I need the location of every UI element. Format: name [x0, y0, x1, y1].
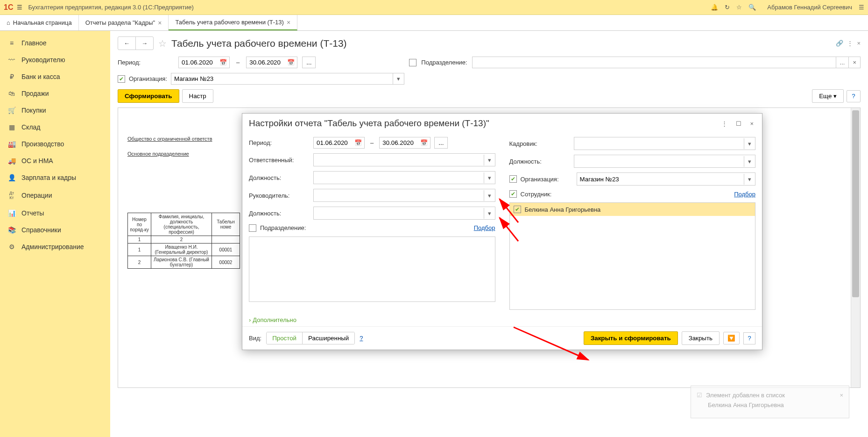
truck-icon: 🚚 [7, 157, 16, 165]
tab-timesheet[interactable]: Табель учета рабочего времени (Т-13) × [169, 15, 297, 30]
organization-checkbox[interactable] [118, 75, 125, 83]
hr-position-select[interactable]: ▾ [574, 155, 756, 168]
tab-home[interactable]: ⌂ Начальная страница [0, 15, 79, 30]
scrollbar-thumb[interactable] [852, 110, 859, 297]
page-header: ← → ☆ Табель учета рабочего времени (Т-1… [118, 36, 861, 50]
dots-icon[interactable]: ... [836, 57, 849, 68]
settings-button[interactable]: Настр [182, 89, 213, 103]
d-date-from[interactable]: 📅 [313, 137, 365, 149]
sidebar-item-reports[interactable]: 📊Отчеты [0, 205, 110, 222]
date-to-input[interactable]: 📅 [246, 57, 297, 68]
sidebar-item-warehouse[interactable]: ▦Склад [0, 119, 110, 136]
dialog-help-button[interactable]: ? [743, 332, 755, 344]
sidebar-item-operations[interactable]: ДтКтОперации [0, 186, 110, 205]
position2-label: Должность: [249, 210, 310, 217]
vertical-scrollbar[interactable] [851, 108, 860, 387]
sidebar-item-sales[interactable]: 🛍Продажи [0, 85, 110, 102]
sidebar-item-purchases[interactable]: 🛒Покупки [0, 102, 110, 119]
period-picker-button[interactable]: ... [302, 57, 316, 68]
organization-select[interactable]: ▾ [171, 73, 404, 85]
view-extended-button[interactable]: Расширенный [303, 332, 354, 344]
subdivision-select[interactable]: ...× [472, 57, 861, 68]
chevron-down-icon[interactable]: ▾ [744, 138, 755, 149]
close-dialog-button[interactable]: Закрыть [682, 331, 720, 345]
sidebar-item-assets[interactable]: 🚚ОС и НМА [0, 152, 110, 169]
employee-checkbox[interactable] [509, 190, 517, 198]
close-icon[interactable]: × [840, 392, 843, 399]
period-picker-button[interactable]: ... [434, 137, 448, 149]
responsible-select[interactable]: ▾ [313, 153, 495, 166]
maximize-icon[interactable]: ☐ [734, 119, 743, 128]
select-employee-link[interactable]: Подбор [734, 191, 755, 198]
sidebar-item-admin[interactable]: ⚙Администрирование [0, 238, 110, 255]
subdivision-list[interactable] [249, 236, 495, 302]
close-icon[interactable]: × [158, 19, 162, 27]
close-page-icon[interactable]: × [857, 40, 861, 47]
d-date-to[interactable]: 📅 [379, 137, 430, 149]
d-org-label: Организация: [521, 176, 573, 183]
chevron-down-icon[interactable]: ▾ [744, 174, 755, 185]
d-org-select[interactable]: ▾ [577, 172, 756, 186]
subdivision-checkbox[interactable] [409, 59, 416, 66]
manager-select[interactable]: ▾ [313, 189, 495, 202]
history-icon[interactable]: ↻ [725, 4, 730, 11]
user-menu-icon[interactable]: ☰ [859, 4, 864, 11]
calendar-icon[interactable]: 📅 [287, 59, 295, 66]
employee-list-item[interactable]: Белкина Анна Григорьевна [510, 203, 755, 216]
generate-button[interactable]: Сформировать [118, 89, 179, 103]
chevron-down-icon[interactable]: ▾ [484, 208, 495, 219]
close-icon[interactable]: × [287, 19, 290, 26]
star-icon[interactable]: ☆ [736, 4, 742, 11]
sidebar-item-bank[interactable]: ₽Банк и касса [0, 68, 110, 85]
close-icon[interactable]: × [748, 119, 755, 128]
view-simple-button[interactable]: Простой [267, 332, 303, 344]
main-icon: ≡ [7, 39, 16, 47]
tab-reports[interactable]: Отчеты раздела "Кадры" × [79, 15, 169, 30]
search-icon[interactable]: 🔍 [748, 4, 756, 11]
sidebar-item-payroll[interactable]: 👤Зарплата и кадры [0, 169, 110, 186]
nav-back-button[interactable]: ← [118, 37, 136, 50]
hr-select[interactable]: ▾ [574, 137, 756, 150]
chevron-down-icon[interactable]: ▾ [484, 172, 495, 183]
chevron-down-icon[interactable]: ▾ [484, 190, 495, 201]
calendar-icon[interactable]: 📅 [420, 139, 428, 146]
sidebar-item-production[interactable]: 🏭Производство [0, 136, 110, 152]
hr-label: Кадровик: [509, 140, 570, 147]
chevron-down-icon[interactable]: ▾ [393, 73, 404, 84]
view-toggle: Простой Расширенный [266, 332, 355, 344]
clear-icon[interactable]: × [848, 57, 860, 68]
position-select[interactable]: ▾ [313, 171, 495, 184]
link-icon[interactable]: 🔗 [836, 40, 843, 47]
d-org-checkbox[interactable] [509, 175, 517, 183]
sidebar-item-main[interactable]: ≡Главное [0, 35, 110, 51]
favorite-icon[interactable]: ☆ [158, 38, 167, 49]
more-icon[interactable]: ⋮ [720, 119, 729, 128]
advanced-toggle[interactable]: › Дополнительно [249, 316, 755, 323]
chevron-down-icon[interactable]: ▾ [744, 156, 755, 167]
more-icon[interactable]: ⋮ [847, 40, 853, 47]
bell-icon[interactable]: 🔔 [711, 4, 718, 11]
report-table: Номер по поряд-ку Фамилия, инициалы, дол… [127, 213, 240, 269]
filter-button[interactable]: 🔽 [723, 332, 740, 344]
grid-icon: ▦ [7, 123, 16, 131]
employee-list[interactable]: Белкина Анна Григорьевна [509, 202, 756, 310]
sidebar-item-references[interactable]: 📚Справочники [0, 222, 110, 238]
calendar-icon[interactable]: 📅 [354, 139, 362, 146]
nav-forward-button[interactable]: → [136, 37, 153, 50]
chevron-down-icon[interactable]: ▾ [484, 155, 495, 165]
select-subdivision-link[interactable]: Подбор [474, 224, 495, 231]
manager-label: Руководитель: [249, 192, 310, 199]
view-help-link[interactable]: ? [360, 335, 363, 342]
settings-dialog: Настройки отчета "Табель учета рабочего … [242, 113, 762, 350]
close-and-generate-button[interactable]: Закрыть и сформировать [584, 331, 678, 345]
help-button[interactable]: ? [847, 90, 861, 102]
position2-select[interactable]: ▾ [313, 207, 495, 220]
username[interactable]: Абрамов Геннадий Сергеевич [767, 4, 852, 11]
employee-item-checkbox[interactable] [514, 206, 521, 213]
sidebar-item-manager[interactable]: 〰Руководителю [0, 51, 110, 68]
date-from-input[interactable]: 📅 [178, 57, 230, 68]
more-button[interactable]: Еще ▾ [812, 89, 844, 103]
subdivision-checkbox[interactable] [249, 224, 256, 232]
calendar-icon[interactable]: 📅 [219, 59, 227, 66]
menu-icon[interactable]: ☰ [17, 4, 22, 11]
